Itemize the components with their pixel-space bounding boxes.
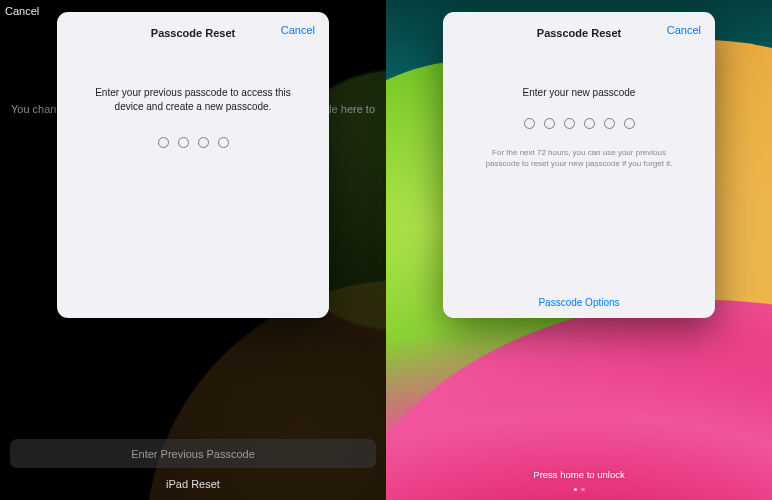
modal-cancel-button[interactable]: Cancel [667,24,701,36]
page-indicator[interactable] [386,488,772,492]
modal-instruction: Enter your previous passcode to access t… [83,86,303,113]
nav-cancel-button[interactable]: Cancel [5,5,39,17]
passcode-dot [584,118,595,129]
passcode-dot [564,118,575,129]
passcode-dot [218,137,229,148]
passcode-dot [544,118,555,129]
page-indicator-dot [574,488,578,492]
ipad-reset-button[interactable]: iPad Reset [10,478,376,490]
modal-body: Enter your previous passcode to access t… [71,42,315,308]
passcode-dot [624,118,635,129]
modal-header: Passcode Reset Cancel [71,24,315,42]
passcode-reset-modal-new: Passcode Reset Cancel Enter your new pas… [443,12,715,318]
left-bottom-controls: Enter Previous Passcode iPad Reset [0,439,386,500]
enter-previous-passcode-label: Enter Previous Passcode [131,448,255,460]
right-screen: Passcode Reset Cancel Enter your new pas… [386,0,772,500]
enter-previous-passcode-button[interactable]: Enter Previous Passcode [10,439,376,468]
press-home-label: Press home to unlock [386,469,772,480]
left-screen: Cancel You changed the passcode on anoth… [0,0,386,500]
passcode-dot [524,118,535,129]
passcode-dot [158,137,169,148]
modal-subnote: For the next 72 hours, you can use your … [479,147,679,169]
passcode-options-button[interactable]: Passcode Options [538,297,619,308]
modal-header: Passcode Reset Cancel [457,24,701,42]
passcode-dot [604,118,615,129]
modal-cancel-button[interactable]: Cancel [281,24,315,36]
modal-instruction: Enter your new passcode [523,86,636,100]
passcode-dots-4[interactable] [158,137,229,148]
modal-title: Passcode Reset [537,27,621,39]
passcode-dot [198,137,209,148]
passcode-dot [178,137,189,148]
modal-body: Enter your new passcode For the next 72 … [457,42,701,308]
passcode-dots-6[interactable] [524,118,635,129]
page-indicator-dot [581,488,585,492]
modal-title: Passcode Reset [151,27,235,39]
passcode-reset-modal-previous: Passcode Reset Cancel Enter your previou… [57,12,329,318]
